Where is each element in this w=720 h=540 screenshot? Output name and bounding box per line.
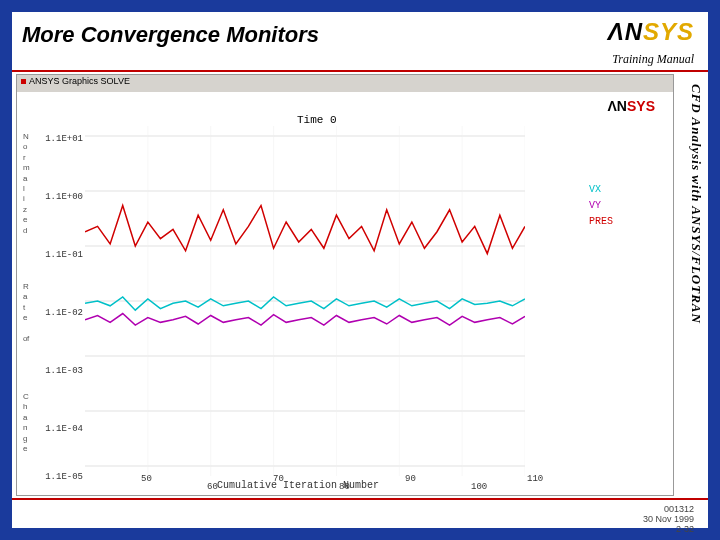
xtick-6: 110: [527, 474, 543, 484]
chart-title: Time 0: [297, 114, 337, 126]
x-axis-label: Cumulative Iteration Number: [217, 480, 379, 491]
ytick-2: 1.1E-01: [39, 250, 83, 260]
vertical-course-title: CFD Analysis with ANSYS/FLOTRAN: [682, 84, 704, 324]
legend-vy: VY: [589, 198, 613, 214]
ytick-1: 1.1E+00: [39, 192, 83, 202]
ytick-6: 1.1E-05: [39, 472, 83, 482]
y-axis-label-2: R a t e of: [23, 282, 31, 344]
inner-ansys-logo: ΛNSYS: [608, 98, 655, 114]
footer-page: 2-32: [643, 525, 694, 535]
slide-title: More Convergence Monitors: [22, 22, 319, 48]
legend-pres: PRES: [589, 214, 613, 230]
chart-legend: VX VY PRES: [589, 182, 613, 230]
header-rule: [12, 70, 708, 72]
training-manual-label: Training Manual: [612, 52, 694, 67]
legend-vx: VX: [589, 182, 613, 198]
xtick-5: 100: [471, 482, 487, 492]
slide-content: More Convergence Monitors ΛNSYS Training…: [12, 12, 708, 528]
y-axis-label-3: C h a n g e: [23, 392, 31, 454]
slide-footer: 001312 30 Nov 1999 2-32: [643, 505, 694, 535]
ytick-3: 1.1E-02: [39, 308, 83, 318]
y-axis-label-1: N o r m a l i z e d: [23, 132, 31, 236]
line-chart: [85, 126, 525, 476]
footer-rule: [12, 498, 708, 500]
ytick-0: 1.1E+01: [39, 134, 83, 144]
ytick-5: 1.1E-04: [39, 424, 83, 434]
logo-part2: SYS: [643, 18, 694, 45]
window-icon: [21, 79, 26, 84]
plot-area: ΛNSYS Time 0 N o r m a l i z e d R a t e…: [17, 92, 673, 495]
logo-part1: ΛN: [608, 18, 643, 45]
slide-frame: More Convergence Monitors ΛNSYS Training…: [0, 0, 720, 540]
graphics-window: ANSYS Graphics SOLVE ΛNSYS Time 0 N o r …: [16, 74, 674, 496]
ytick-4: 1.1E-03: [39, 366, 83, 376]
window-titlebar: ANSYS Graphics SOLVE: [17, 75, 673, 93]
window-title-text: ANSYS Graphics SOLVE: [29, 76, 130, 86]
ansys-logo: ΛNSYS: [608, 18, 694, 46]
